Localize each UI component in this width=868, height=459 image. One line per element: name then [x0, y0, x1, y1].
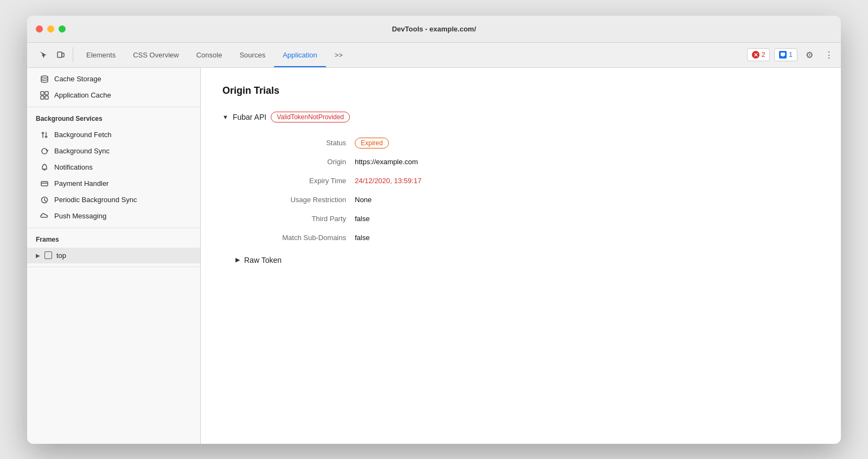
svg-point-4 [41, 76, 48, 78]
storage-section: Cache Storage Application Cache [27, 68, 200, 107]
match-sub-domains-label: Match Sub-Domains [235, 228, 355, 247]
status-badge: Expired [355, 138, 389, 148]
sidebar-item-push-messaging[interactable]: Push Messaging [27, 208, 200, 224]
sidebar-item-background-fetch[interactable]: Background Fetch [27, 127, 200, 143]
svg-rect-9 [41, 182, 48, 186]
trial-name: Fubar API [233, 113, 266, 121]
error-icon: ✕ [752, 51, 760, 59]
tab-application[interactable]: Application [274, 42, 326, 67]
maximize-button[interactable] [59, 25, 66, 33]
frame-top-label: top [56, 251, 66, 260]
page-title: Origin Trials [222, 85, 819, 96]
device-icon[interactable] [53, 47, 68, 62]
tab-sources[interactable]: Sources [231, 42, 274, 67]
status-label: Status [235, 133, 355, 152]
info-badge-button[interactable]: 1 [774, 48, 797, 61]
background-services-section: Background Services Background Fetch [27, 107, 200, 228]
periodic-background-sync-label: Periodic Background Sync [54, 196, 137, 204]
database-icon [40, 75, 49, 83]
trial-status-badge: ValidTokenNotProvided [271, 112, 350, 122]
frames-header: Frames [27, 231, 200, 248]
titlebar: DevTools - example.com/ [27, 16, 841, 43]
minimize-button[interactable] [47, 25, 54, 33]
bell-icon [40, 163, 49, 172]
sidebar-item-cache-storage[interactable]: Cache Storage [27, 71, 200, 87]
status-value: Expired [355, 133, 819, 152]
main-content: Cache Storage Application Cache [27, 68, 841, 444]
svg-rect-2 [781, 53, 785, 56]
card-icon [40, 179, 49, 188]
svg-rect-6 [45, 92, 48, 95]
main-panel: Origin Trials ▼ Fubar API ValidTokenNotP… [201, 68, 841, 444]
traffic-lights [36, 25, 66, 33]
more-tabs-button[interactable]: >> [326, 42, 352, 67]
sync-icon [40, 147, 49, 156]
third-party-value: false [355, 209, 819, 228]
sidebar-item-periodic-background-sync[interactable]: Periodic Background Sync [27, 192, 200, 208]
close-button[interactable] [36, 25, 43, 33]
devtools-window: DevTools - example.com/ Elements CSS Ove… [27, 16, 841, 444]
svg-rect-1 [62, 53, 64, 57]
clock-icon [40, 196, 49, 204]
frames-section: Frames ▶ top [27, 228, 200, 267]
sidebar-item-background-sync[interactable]: Background Sync [27, 143, 200, 159]
settings-icon[interactable]: ⚙ [802, 47, 817, 62]
sidebar-item-notifications[interactable]: Notifications [27, 159, 200, 176]
svg-rect-0 [58, 52, 62, 57]
match-sub-domains-value: false [355, 228, 819, 247]
trial-details: Status Expired Origin https://example.co… [235, 133, 819, 247]
application-cache-label: Application Cache [54, 91, 111, 99]
cache-storage-label: Cache Storage [54, 75, 101, 83]
toolbar-right: ✕ 2 1 ⚙ ⋮ [747, 47, 837, 62]
trial-header: ▼ Fubar API ValidTokenNotProvided [222, 112, 819, 122]
raw-token-label: Raw Token [244, 256, 282, 264]
error-count: 2 [762, 51, 765, 59]
usage-restriction-label: Usage Restriction [235, 190, 355, 209]
frame-icon [44, 251, 52, 259]
tab-elements[interactable]: Elements [78, 42, 124, 67]
origin-label: Origin [235, 152, 355, 171]
info-icon [779, 51, 787, 59]
grid-icon [40, 91, 49, 100]
background-services-header: Background Services [27, 111, 200, 127]
expiry-value: 24/12/2020, 13:59:17 [355, 171, 819, 190]
sidebar-item-payment-handler[interactable]: Payment Handler [27, 176, 200, 192]
error-badge-button[interactable]: ✕ 2 [747, 48, 770, 61]
raw-token-expand-icon[interactable]: ▶ [235, 256, 240, 263]
notifications-label: Notifications [54, 163, 93, 171]
tab-css-overview[interactable]: CSS Overview [124, 42, 188, 67]
sidebar-item-application-cache[interactable]: Application Cache [27, 87, 200, 104]
origin-value: https://example.com [355, 152, 819, 171]
sidebar-item-top[interactable]: ▶ top [27, 248, 200, 263]
background-sync-label: Background Sync [54, 147, 110, 155]
toolbar: Elements CSS Overview Console Sources Ap… [27, 43, 841, 68]
svg-rect-8 [45, 96, 48, 99]
more-options-icon[interactable]: ⋮ [821, 47, 837, 62]
trial-expand-icon[interactable]: ▼ [222, 114, 228, 120]
toolbar-icons [31, 47, 73, 62]
trial-section: ▼ Fubar API ValidTokenNotProvided Status… [222, 112, 819, 264]
svg-rect-3 [782, 56, 784, 56]
push-messaging-label: Push Messaging [54, 212, 106, 220]
raw-token-row: ▶ Raw Token [235, 256, 819, 264]
info-count: 1 [789, 51, 793, 59]
arrows-updown-icon [40, 131, 49, 139]
window-title: DevTools - example.com/ [392, 25, 476, 33]
payment-handler-label: Payment Handler [54, 179, 108, 188]
expiry-label: Expiry Time [235, 171, 355, 190]
svg-rect-7 [41, 96, 44, 99]
cloud-icon [40, 212, 49, 221]
background-fetch-label: Background Fetch [54, 131, 112, 139]
svg-rect-5 [41, 92, 44, 95]
third-party-label: Third Party [235, 209, 355, 228]
inspect-icon[interactable] [36, 47, 51, 62]
sidebar: Cache Storage Application Cache [27, 68, 201, 444]
tab-console[interactable]: Console [188, 42, 231, 67]
expand-arrow-icon: ▶ [36, 253, 40, 258]
usage-restriction-value: None [355, 190, 819, 209]
